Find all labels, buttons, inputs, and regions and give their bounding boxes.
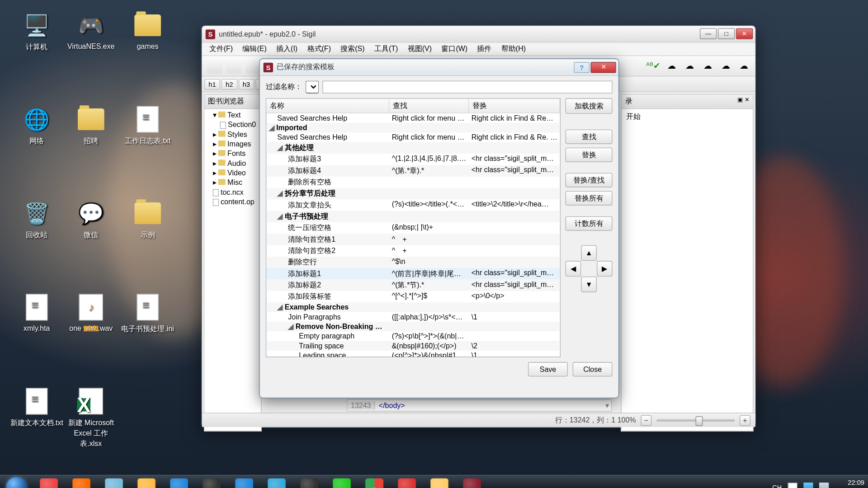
col-name[interactable]: 名称 bbox=[266, 99, 389, 113]
load-search-button[interactable]: 加载搜索 bbox=[566, 98, 613, 114]
col-find[interactable]: 查找 bbox=[389, 99, 469, 113]
search-item[interactable]: 添加标题1^(前言|序章|终章|尾声|第…<hr class="sigil_sp… bbox=[266, 268, 560, 279]
search-group[interactable]: ◢ 其他处理 bbox=[266, 142, 560, 154]
desktop-icon[interactable]: 🖥️计算机 bbox=[9, 11, 64, 52]
dialog-close-button[interactable]: ✕ bbox=[591, 62, 616, 73]
heading-button[interactable]: h2 bbox=[222, 79, 237, 89]
start-button[interactable] bbox=[0, 475, 33, 488]
search-item[interactable]: Empty paragraph(?s)<p\b[^>]*>(&(nb|e… bbox=[266, 331, 560, 341]
count-all-button[interactable]: 计数所有 bbox=[566, 216, 613, 231]
tree-item[interactable]: ▸ Audio bbox=[206, 159, 260, 168]
search-item[interactable]: 添加文章抬头(?s)<title></title>(.*<h…<title>\2… bbox=[266, 199, 560, 211]
desktop-icon[interactable]: 🎮VirtuaNES.exe bbox=[64, 11, 118, 51]
move-left-button[interactable]: ◀ bbox=[566, 261, 581, 277]
desktop-icon[interactable]: 💬微信 bbox=[64, 199, 118, 240]
panel-close-icon[interactable]: ✕ bbox=[745, 96, 750, 107]
toc-item[interactable]: 开始 bbox=[622, 109, 753, 124]
menu-item[interactable]: 视图(V) bbox=[403, 43, 437, 56]
desktop-icon[interactable]: 🗑️回收站 bbox=[9, 199, 64, 240]
desktop-icon[interactable]: 电子书预处理.ini bbox=[121, 293, 175, 334]
search-item[interactable]: 添加段落标签^[^<].*[^>]$<p>\0</p> bbox=[266, 291, 560, 302]
taskbar-item-notepad[interactable] bbox=[98, 475, 130, 488]
menu-item[interactable]: 编辑(E) bbox=[238, 43, 272, 56]
tree-item[interactable]: ▸ Styles bbox=[206, 130, 260, 139]
taskbar-item-ie[interactable] bbox=[260, 475, 293, 488]
replace-button[interactable]: 替换 bbox=[566, 148, 613, 162]
filter-mode-select[interactable] bbox=[306, 81, 319, 94]
search-item[interactable]: 删除空行^$\n bbox=[266, 257, 560, 268]
code-view[interactable]: 13243 </body> ▾ bbox=[347, 399, 612, 412]
tree-item[interactable]: content.op bbox=[206, 197, 260, 206]
taskbar-item-wechat[interactable] bbox=[326, 475, 358, 488]
tree-item[interactable]: toc.ncx bbox=[206, 188, 260, 197]
sigil-titlebar[interactable]: S untitled.epub* - epub2.0 - Sigil — □ ✕ bbox=[202, 26, 755, 42]
maximize-button[interactable]: □ bbox=[718, 28, 735, 39]
search-item[interactable]: 添加标题4^(第.*章).*<hr class="sigil_split_m… bbox=[266, 165, 560, 176]
desktop-icon[interactable]: 工作日志表.txt bbox=[121, 105, 175, 146]
tool-icon[interactable]: ☁ bbox=[664, 58, 679, 74]
menu-item[interactable]: 帮助(H) bbox=[496, 43, 531, 56]
minimize-button[interactable]: — bbox=[700, 28, 717, 39]
desktop-icon[interactable]: ♪WAVone wish.wav bbox=[64, 293, 118, 333]
tree-item[interactable]: ▸ Video bbox=[206, 168, 260, 178]
menu-item[interactable]: 搜索(S) bbox=[336, 43, 370, 56]
search-group[interactable]: ◢ Example Searches bbox=[266, 302, 560, 312]
search-item[interactable]: 清除句首空格2^ + bbox=[266, 245, 560, 257]
taskbar-item-explorer[interactable] bbox=[423, 475, 456, 488]
heading-button[interactable]: h3 bbox=[238, 79, 254, 89]
search-item[interactable]: 添加标题2^(第.*节).*<hr class="sigil_split_m… bbox=[266, 280, 560, 291]
desktop-icon[interactable]: X新建 Microsoft Excel 工作表.xlsx bbox=[64, 387, 118, 449]
search-item[interactable]: 清除句首空格1^ + bbox=[266, 234, 560, 245]
desktop-icon[interactable]: 示例 bbox=[121, 199, 175, 240]
taskbar-item-sigil[interactable] bbox=[456, 475, 488, 488]
taskbar-item-todo[interactable] bbox=[228, 475, 260, 488]
panel-undock-icon[interactable]: ▣ bbox=[737, 96, 743, 107]
search-item[interactable]: Trailing space&(nbsp|#160);(</p>)\2 bbox=[266, 341, 560, 351]
heading-button[interactable]: h1 bbox=[204, 79, 220, 89]
ime-indicator[interactable]: CH bbox=[772, 483, 782, 488]
taskbar-item-books[interactable] bbox=[130, 475, 163, 488]
search-item[interactable]: Saved Searches HelpRight click for menu … bbox=[266, 132, 560, 142]
move-down-button[interactable]: ▼ bbox=[581, 277, 597, 292]
tool-icon[interactable]: ☁ bbox=[700, 58, 716, 74]
tree-item[interactable]: ▾ Text bbox=[206, 110, 260, 120]
desktop-icon[interactable]: 🌐网络 bbox=[9, 105, 64, 146]
search-group[interactable]: ◢ 电子书预处理 bbox=[266, 211, 560, 222]
taskbar-item-music[interactable] bbox=[195, 475, 228, 488]
taskbar-item-opera[interactable] bbox=[33, 475, 65, 488]
tree-item[interactable]: ▸ Misc bbox=[206, 178, 260, 187]
save-button[interactable]: Save bbox=[528, 362, 568, 376]
tray-volume-icon[interactable] bbox=[819, 482, 829, 488]
desktop-icon[interactable]: 新建文本文档.txt bbox=[9, 387, 64, 428]
search-group[interactable]: ◢ 拆分章节后处理 bbox=[266, 188, 560, 199]
tool-icon[interactable]: ☁ bbox=[682, 58, 698, 74]
close-button[interactable]: Close bbox=[573, 362, 613, 376]
search-group[interactable]: ◢ Remove Non-Breaking S… bbox=[266, 322, 560, 331]
search-item[interactable]: Leading space(<p[^>]*>)&(nbsp|#16…\1 bbox=[266, 351, 560, 357]
search-group[interactable]: ◢ Imported bbox=[266, 123, 560, 132]
tree-item[interactable]: ▸ Images bbox=[206, 139, 260, 149]
move-up-button[interactable]: ▲ bbox=[581, 245, 597, 261]
menu-item[interactable]: 文件(F) bbox=[204, 43, 238, 56]
menu-item[interactable]: 插件 bbox=[472, 43, 496, 56]
close-button[interactable]: ✕ bbox=[736, 28, 753, 39]
desktop-icon[interactable]: games bbox=[121, 11, 175, 51]
zoom-in-button[interactable]: + bbox=[740, 415, 750, 426]
col-replace[interactable]: 替换 bbox=[469, 99, 560, 113]
taskbar-item-chrome[interactable] bbox=[358, 475, 391, 488]
tree-item[interactable]: Section0 bbox=[206, 120, 260, 129]
tree-item[interactable]: ▸ Fonts bbox=[206, 149, 260, 158]
search-item[interactable]: 统一压缩空格(&nbsp;| |\t)+ bbox=[266, 222, 560, 234]
zoom-slider[interactable] bbox=[656, 419, 735, 421]
taskbar-item-firefox[interactable] bbox=[65, 475, 98, 488]
menu-item[interactable]: 插入(I) bbox=[271, 43, 302, 56]
menu-item[interactable]: 格式(F) bbox=[302, 43, 336, 56]
taskbar-item-ppt[interactable] bbox=[391, 475, 423, 488]
tool-icon[interactable]: ☁ bbox=[718, 58, 734, 74]
menu-item[interactable]: 窗口(W) bbox=[437, 43, 472, 56]
search-item[interactable]: 添加标题3^(1.|2.|3.|4.|5.|6.|7.|8.|9.).*<hr … bbox=[266, 154, 560, 165]
filter-input[interactable] bbox=[322, 81, 612, 94]
zoom-out-button[interactable]: − bbox=[641, 415, 651, 426]
desktop-icon[interactable]: 招聘 bbox=[64, 105, 118, 146]
search-item[interactable]: Join Paragraphs([[:alpha:],])</p>\s*<p…\… bbox=[266, 312, 560, 322]
